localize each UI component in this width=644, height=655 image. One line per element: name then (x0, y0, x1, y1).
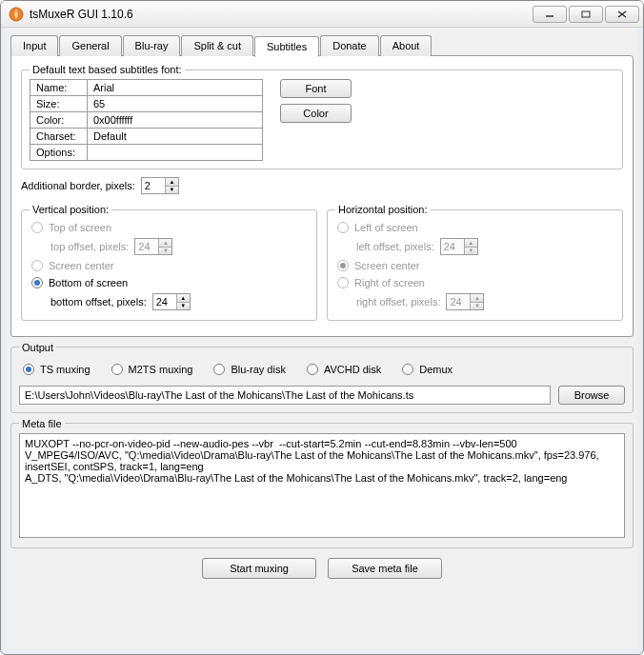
maximize-icon (581, 10, 591, 18)
start-muxing-button[interactable]: Start muxing (202, 558, 316, 579)
vpos-top-offset-spin: ▲▼ (134, 238, 172, 255)
color-button[interactable]: Color (280, 104, 352, 123)
horizontal-position-fieldset: Horizontal position: Left of screen left… (327, 204, 623, 321)
svg-rect-2 (582, 11, 590, 17)
app-window: tsMuxeR GUI 1.10.6 Input General Blu-ray… (0, 0, 644, 655)
vpos-top-label: Top of screen (49, 222, 111, 233)
output-demux-label: Demux (419, 364, 453, 375)
tab-donate[interactable]: Donate (320, 35, 378, 56)
spin-down-icon: ▼ (470, 302, 483, 310)
spin-down-icon: ▼ (464, 247, 477, 255)
meta-section: Meta file (10, 423, 634, 548)
hpos-center-label: Screen center (354, 260, 419, 271)
font-options-key: Options: (30, 145, 88, 161)
spin-down-icon[interactable]: ▼ (165, 186, 178, 194)
vpos-bottom-offset-spin[interactable]: ▲▼ (152, 293, 191, 310)
output-section: Output TS muxing M2TS muxing Blu-ray dis… (10, 347, 634, 413)
vpos-bottom-radio[interactable] (31, 277, 43, 288)
spin-up-icon[interactable]: ▲ (165, 178, 178, 186)
close-button[interactable] (605, 6, 639, 23)
vpos-bottom-label: Bottom of screen (49, 277, 128, 288)
spin-down-icon[interactable]: ▼ (176, 302, 190, 310)
vpos-legend: Vertical position: (30, 204, 111, 215)
vertical-position-fieldset: Vertical position: Top of screen top off… (21, 204, 317, 321)
hpos-left-label: Left of screen (354, 222, 418, 233)
output-ts-label: TS muxing (40, 364, 91, 375)
vpos-top-offset-label: top offset, pixels: (50, 241, 129, 252)
output-m2ts-label: M2TS muxing (129, 364, 193, 375)
output-avchd-label: AVCHD disk (324, 364, 381, 375)
close-icon (617, 10, 627, 18)
meta-textarea[interactable] (19, 433, 625, 538)
tab-about[interactable]: About (380, 35, 433, 56)
spin-up-icon[interactable]: ▲ (176, 294, 190, 302)
subtitles-panel: Default text based subtitles font: Name:… (10, 55, 634, 337)
hpos-right-offset-input (447, 294, 470, 309)
hpos-right-radio (337, 277, 349, 288)
tab-general[interactable]: General (59, 35, 121, 56)
vpos-bottom-offset-label: bottom offset, pixels: (50, 296, 147, 308)
browse-button[interactable]: Browse (558, 386, 625, 405)
font-options-val (88, 145, 263, 161)
app-icon (9, 7, 24, 22)
spin-down-icon: ▼ (158, 247, 171, 255)
tab-bar: Input General Blu-ray Split & cut Subtit… (10, 35, 634, 56)
font-charset-key: Charset: (30, 129, 88, 145)
hpos-legend: Horizontal position: (335, 204, 431, 215)
hpos-left-radio (337, 222, 349, 233)
output-ts-radio[interactable] (23, 364, 34, 375)
font-name-val: Arial (88, 80, 263, 96)
additional-border-spin[interactable]: ▲▼ (141, 177, 179, 194)
font-size-val: 65 (88, 96, 263, 112)
output-m2ts-radio[interactable] (111, 364, 123, 375)
additional-border-label: Additional border, pixels: (21, 180, 135, 191)
font-name-key: Name: (30, 80, 88, 96)
hpos-center-radio (337, 260, 349, 271)
hpos-left-offset-label: left offset, pixels: (356, 241, 434, 252)
tab-input[interactable]: Input (10, 35, 58, 56)
spin-up-icon: ▲ (464, 239, 477, 247)
maximize-button[interactable] (569, 6, 603, 23)
hpos-right-label: Right of screen (354, 277, 425, 288)
vpos-bottom-offset-input[interactable] (153, 294, 176, 309)
spin-up-icon: ▲ (158, 239, 171, 247)
hpos-right-offset-label: right offset, pixels: (356, 296, 440, 308)
vpos-center-radio[interactable] (31, 260, 43, 271)
hpos-left-offset-spin: ▲▼ (440, 238, 478, 255)
hpos-left-offset-input (441, 239, 464, 254)
font-color-val: 0x00ffffff (88, 112, 263, 129)
tab-bluray[interactable]: Blu-ray (123, 35, 181, 56)
output-bluray-radio[interactable] (213, 364, 225, 375)
output-avchd-radio[interactable] (307, 364, 318, 375)
minimize-icon (545, 10, 554, 18)
font-color-key: Color: (30, 112, 88, 129)
output-demux-radio[interactable] (402, 364, 413, 375)
window-title: tsMuxeR GUI 1.10.6 (30, 8, 533, 21)
font-size-key: Size: (30, 96, 88, 112)
tab-subtitles[interactable]: Subtitles (254, 36, 319, 57)
save-meta-button[interactable]: Save meta file (328, 558, 442, 579)
output-bluray-label: Blu-ray disk (231, 364, 285, 375)
font-charset-val: Default (88, 129, 263, 145)
titlebar: tsMuxeR GUI 1.10.6 (1, 1, 643, 28)
vpos-top-offset-input (135, 239, 158, 254)
output-path-input[interactable] (19, 386, 551, 405)
font-table: Name:Arial Size:65 Color:0x00ffffff Char… (30, 79, 263, 161)
hpos-right-offset-spin: ▲▼ (446, 293, 484, 310)
vpos-center-label: Screen center (49, 260, 113, 271)
font-fieldset: Default text based subtitles font: Name:… (21, 64, 623, 169)
font-fieldset-label: Default text based subtitles font: (30, 64, 185, 75)
tab-split[interactable]: Split & cut (181, 35, 253, 56)
vpos-top-radio[interactable] (31, 222, 43, 233)
minimize-button[interactable] (533, 6, 567, 23)
spin-up-icon: ▲ (470, 294, 483, 302)
font-button[interactable]: Font (280, 79, 352, 98)
additional-border-input[interactable] (142, 178, 165, 193)
meta-legend: Meta file (19, 418, 65, 429)
output-legend: Output (19, 342, 56, 353)
